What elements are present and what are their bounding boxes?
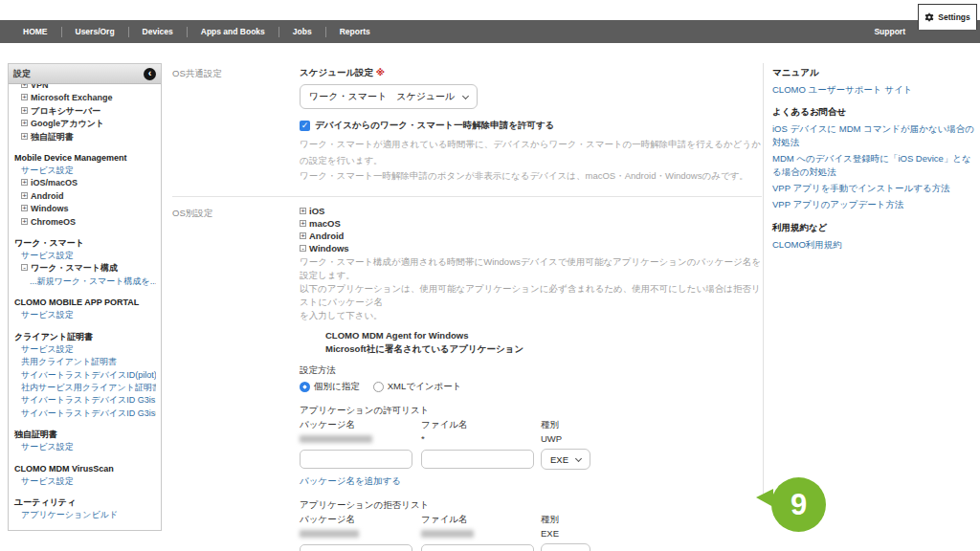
section-os-specific: OS別設定 +iOS+macOS+Android-Windows ワーク・スマー… xyxy=(172,197,762,551)
sidebar-item[interactable]: サイバートラストデバイスID G3is(... xyxy=(14,408,156,420)
deny-package-input[interactable] xyxy=(300,544,412,551)
sidebar-group-header: クライアント証明書 xyxy=(14,331,156,343)
section-label: OS共通設定 xyxy=(172,65,300,185)
allow-add-package-link[interactable]: パッケージ名を追加する xyxy=(300,475,401,488)
step-number: 9 xyxy=(791,488,807,522)
nav-item-reports[interactable]: Reports xyxy=(326,27,384,36)
sidebar-group-header: CLOMO MOBILE APP PORTAL xyxy=(14,297,156,309)
sidebar-item[interactable]: +独自証明書 xyxy=(14,131,156,143)
nav-item-jobs[interactable]: Jobs xyxy=(279,27,325,36)
sidebar-item-label: 共用クライアント証明書 xyxy=(21,357,117,366)
os-tree-item[interactable]: -Windows xyxy=(300,242,762,254)
expand-icon[interactable]: + xyxy=(21,218,28,225)
sidebar-item[interactable]: +ChromeOS xyxy=(14,216,156,229)
expand-icon[interactable]: + xyxy=(300,232,306,239)
allow-unlock-request-label: デバイスからのワーク・スマート一時解除申請を許可する xyxy=(315,120,554,132)
expand-icon[interactable]: + xyxy=(21,84,28,88)
sidebar-item-label: サービス設定 xyxy=(21,344,74,354)
os-tree-item[interactable]: +Android xyxy=(300,230,762,242)
sidebar-item-label: サイバートラストデバイスID G3is... xyxy=(21,395,156,405)
radio-individual[interactable] xyxy=(300,382,310,392)
sidebar-item-label: VPN xyxy=(31,84,49,90)
allow-package-input[interactable] xyxy=(300,450,412,469)
sidebar-item[interactable]: サービス設定 xyxy=(14,165,156,177)
sidebar-item[interactable]: +iOS/macOS xyxy=(14,177,156,189)
sidebar-group-header: 独自証明書 xyxy=(14,429,156,441)
deny-file-input[interactable] xyxy=(421,544,534,551)
sidebar-item[interactable]: アプリケーションビルド xyxy=(14,509,156,521)
collapse-icon[interactable]: - xyxy=(21,264,28,271)
allow-unlock-request-row: ✓ デバイスからのワーク・スマート一時解除申請を許可する xyxy=(300,120,762,132)
help-link[interactable]: VPP アプリを手動でインストールする方法 xyxy=(772,182,976,195)
expand-icon[interactable]: + xyxy=(300,208,306,214)
sidebar-item[interactable]: サイバートラストデバイスID G3is... xyxy=(14,394,156,407)
settings-tab-label: Settings xyxy=(938,12,970,22)
chevron-down-icon xyxy=(575,455,582,462)
nav-item-users-org[interactable]: Users/Org xyxy=(62,27,128,36)
sidebar-group-header: ワーク・スマート xyxy=(14,237,156,250)
redacted-package-name xyxy=(300,435,372,443)
help-text-line: ワーク・スマート一時解除申請のボタンが非表示になるデバイスは、macOS・And… xyxy=(300,168,762,185)
sidebar-item[interactable]: +Googleアカウント xyxy=(14,118,156,130)
sidebar-item[interactable]: +Android xyxy=(14,190,156,203)
sidebar-title: 設定 xyxy=(13,68,31,80)
allow-unlock-request-checkbox[interactable]: ✓ xyxy=(300,121,310,131)
allow-existing-file: * xyxy=(421,433,541,444)
sidebar-item[interactable]: +Windows xyxy=(14,203,156,215)
sidebar-group-header: CLOMO MDM VirusScan xyxy=(14,463,156,475)
sidebar-list: +VPN+Microsoft Exchange+プロキシサーバー+Googleア… xyxy=(9,84,161,530)
os-tree-item[interactable]: +macOS xyxy=(300,217,762,230)
sidebar-item[interactable]: -ワーク・スマート構成 xyxy=(14,262,156,275)
nav-item-devices[interactable]: Devices xyxy=(129,27,187,36)
sidebar-item[interactable]: サービス設定 xyxy=(14,441,156,453)
sidebar-item[interactable]: +Microsoft Exchange xyxy=(14,92,156,104)
help-link[interactable]: VPP アプリのアップデート方法 xyxy=(772,198,976,211)
help-link[interactable]: iOS デバイスに MDM コマンドが届かない場合の対処法 xyxy=(772,122,976,149)
help-link[interactable]: CLOMO ユーザーサポート サイト xyxy=(772,83,976,97)
expand-icon[interactable]: + xyxy=(21,205,28,211)
help-link[interactable]: MDM へのデバイス登録時に「iOS Device」となる場合の対処法 xyxy=(772,152,976,179)
settings-tab[interactable]: Settings xyxy=(918,4,977,30)
support-link[interactable]: Support xyxy=(874,27,905,36)
deny-list-input-row: EXE xyxy=(300,541,762,551)
sidebar-item[interactable]: +VPN xyxy=(14,84,156,92)
expand-icon[interactable]: + xyxy=(21,179,28,186)
sidebar-item[interactable]: サービス設定 xyxy=(14,309,156,321)
expand-icon[interactable]: + xyxy=(21,192,28,199)
sidebar-item[interactable]: ...新規ワーク・スマート構成を... xyxy=(14,276,156,288)
sidebar-item[interactable]: サービス設定 xyxy=(14,475,156,488)
expand-icon[interactable]: + xyxy=(21,133,28,140)
expand-icon[interactable]: + xyxy=(21,94,28,100)
os-tree-item[interactable]: +iOS xyxy=(300,205,762,217)
step-badge: 9 xyxy=(771,477,826,532)
allow-file-input[interactable] xyxy=(421,450,534,469)
radio-xml-import[interactable] xyxy=(373,382,384,392)
deny-col-file: ファイル名 xyxy=(421,514,541,526)
sidebar-item[interactable]: サイバートラストデバイスID(pilot)... xyxy=(14,369,156,382)
collapse-icon[interactable]: - xyxy=(300,245,306,252)
collapse-sidebar-icon[interactable]: ‹ xyxy=(144,68,156,80)
sidebar-item[interactable]: サービス設定 xyxy=(14,250,156,262)
sidebar-item[interactable]: 社内サービス用クライアント証明書 xyxy=(14,382,156,394)
sidebar-item-label: ...新規ワーク・スマート構成を... xyxy=(30,276,156,286)
sidebar-item[interactable]: +プロキシサーバー xyxy=(14,105,156,118)
os-tree-label: Windows xyxy=(309,243,349,253)
allow-type-select[interactable]: EXE xyxy=(541,449,590,470)
sidebar-item[interactable]: サービス設定 xyxy=(14,343,156,356)
help-text-line: ワーク・スマートが適用されている時間帯に、デバイスからワーク・スマートの一時解除… xyxy=(300,137,762,168)
required-mark: ※ xyxy=(376,67,385,77)
deny-type-select[interactable]: EXE xyxy=(541,543,590,551)
schedule-select-value: ワーク・スマート スケジュール xyxy=(309,90,455,103)
nav-item-apps-and-books[interactable]: Apps and Books xyxy=(188,27,278,36)
sidebar-item-label: サービス設定 xyxy=(21,165,74,175)
method-label: 設定方法 xyxy=(300,364,762,377)
nav-item-home[interactable]: HOME xyxy=(10,27,61,36)
help-link[interactable]: CLOMO利用規約 xyxy=(772,238,976,252)
sidebar-item[interactable]: 共用クライアント証明書 xyxy=(14,356,156,368)
schedule-select[interactable]: ワーク・スマート スケジュール xyxy=(300,84,478,109)
allow-existing-type: UWP xyxy=(541,433,617,444)
expand-icon[interactable]: + xyxy=(300,220,306,227)
sidebar-item-label: 社内サービス用クライアント証明書 xyxy=(21,383,156,392)
expand-icon[interactable]: + xyxy=(21,120,28,126)
expand-icon[interactable]: + xyxy=(21,107,28,114)
